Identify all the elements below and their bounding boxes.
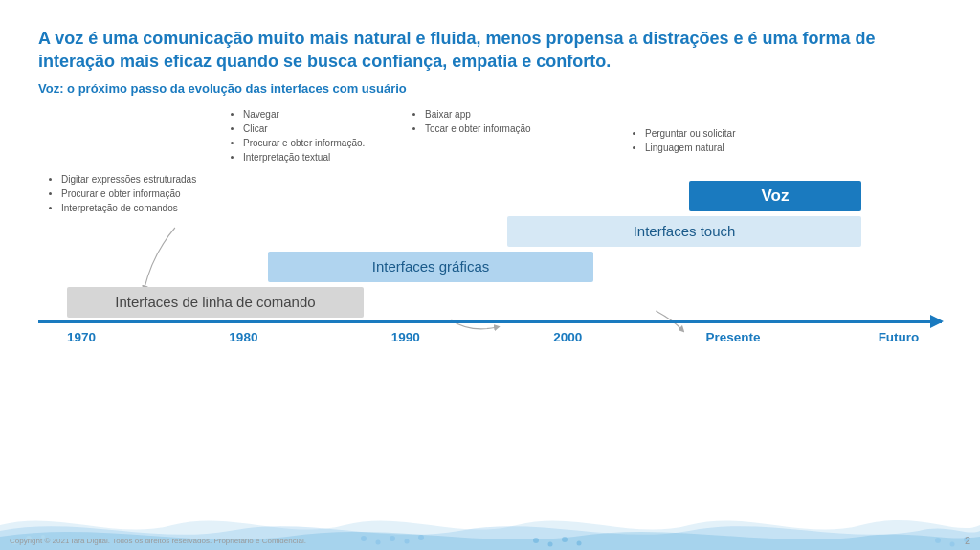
footer-copyright: Copyright © 2021 Iara Digital. Todos os … (10, 537, 306, 545)
timeline-label-futuro: Futuro (875, 330, 923, 344)
timeline-labels: 1970 1980 1990 2000 Presente Futuro (38, 330, 942, 344)
timeline-label-1970: 1970 (57, 330, 105, 344)
footer: Copyright © 2021 Iara Digital. Todos os … (10, 535, 970, 546)
diagram-area: Digitar expressões estruturadas Procurar… (38, 105, 942, 373)
header-main-text: A voz é uma comunicação muito mais natur… (38, 27, 942, 74)
slide: A voz é uma comunicação muito mais natur… (0, 0, 980, 550)
timeline-label-1990: 1990 (382, 330, 430, 344)
bar-gui: Interfaces gráficas (268, 252, 593, 282)
timeline-arrow (38, 320, 942, 323)
bar-touch: Interfaces touch (507, 216, 861, 247)
header-subtitle: Voz: o próximo passo da evolução das int… (38, 81, 942, 96)
note-cmd: Digitar expressões estruturadas Procurar… (48, 172, 196, 215)
timeline-label-2000: 2000 (544, 330, 591, 344)
note-gui: Navegar Clicar Procurar e obter informaç… (230, 107, 365, 165)
timeline-label-presente: Presente (706, 330, 761, 344)
note-touch: Baixar app Tocar e obter informação (412, 107, 531, 136)
timeline-label-1980: 1980 (219, 330, 267, 344)
note-voz: Perguntar ou solicitar Linguagem natural (632, 126, 736, 155)
bar-cmd: Interfaces de linha de comando (67, 287, 364, 318)
footer-page: 2 (965, 535, 970, 546)
bar-voz: Voz (689, 181, 861, 211)
